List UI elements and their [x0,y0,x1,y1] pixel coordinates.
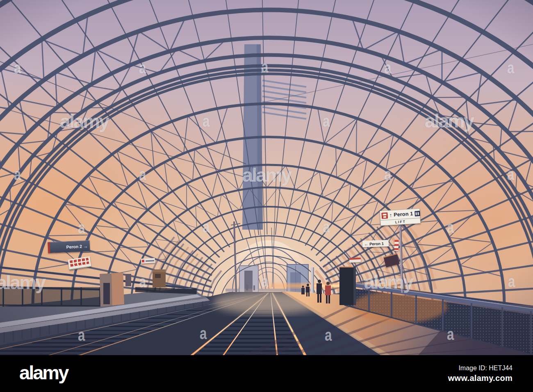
red-white-striped-marker [394,240,399,251]
station-scene [0,0,533,355]
up-arrow-icon: ↑ [389,212,392,218]
alamy-url-text: www.alamy.com [448,374,512,383]
sign-text-dash [146,260,154,262]
alamy-footer-bar: alamy Image ID: HETJ44 www.alamy.com [0,355,533,392]
sign-peron2-right: Peron 2 → [48,240,90,253]
sign-small-platform [141,258,155,264]
sign-peron1-label: Peron 1 [394,211,413,218]
sign-peron2-label: Peron 2 [66,244,82,250]
lift-label: LIFT [395,219,406,224]
left-arrow-icon: ← [364,242,368,246]
sign-peron1-lift: ↑ Peron 1 LIFT [380,208,421,226]
station-pictogram-icon [381,212,388,219]
sign-red-stripe [48,242,50,253]
alamy-logo: alamy [19,361,68,384]
right-arrow-icon: → [83,244,88,248]
stock-photo-page: Peron 2 → ↑ Peron 1 LIFT ← Pe [0,0,533,392]
sign-red-band [349,258,361,262]
people-stairs-icon [415,211,420,217]
sign-peron1-back: ← Peron 1 [362,240,389,247]
station-photograph: Peron 2 → ↑ Peron 1 LIFT ← Pe [0,0,533,355]
image-id-text: Image ID: HETJ44 [448,365,512,372]
sign-peron1-back-label: Peron 1 [369,241,384,246]
red-dot-icon [142,260,144,262]
footer-info: Image ID: HETJ44 www.alamy.com [448,365,512,383]
